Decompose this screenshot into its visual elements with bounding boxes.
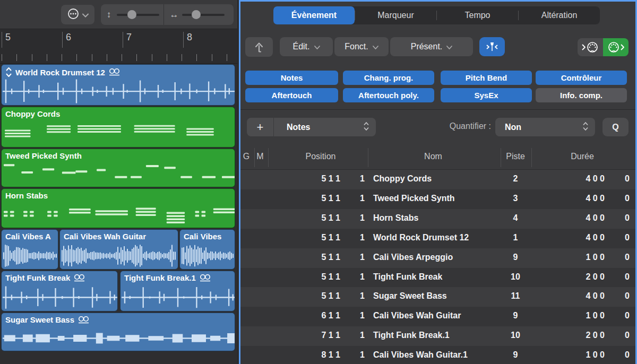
region-tweed-picked-synth[interactable]: Tweed Picked Synth [1,149,235,187]
bar-ruler[interactable]: 5678 [0,30,237,64]
cell-name: Cali Vibes Wah Guitar [373,311,461,320]
loop-icon [108,68,121,76]
filter-aftertouch[interactable]: Aftertouch [245,88,338,102]
table-row[interactable]: 6 1 11Cali Vibes Wah Guitar91 0 00 [240,307,635,326]
bar-line [123,32,123,48]
event-table: 5 1 11Choppy Cords24 0 005 1 11Tweed Pic… [240,170,635,364]
cell-length: 2 0 0 [586,331,605,340]
region-cali-vibes-a[interactable]: Cali Vibes A [1,229,58,270]
table-row[interactable]: 5 1 11Horn Stabs44 0 00 [240,209,635,229]
cell-name: Tight Funk Break.1 [373,331,450,340]
tab-alt-ration[interactable]: Altération [519,6,600,24]
table-row[interactable]: 5 1 11World Rock Drumset 1214 0 00 [240,229,635,248]
quantize-popup[interactable]: Non [495,118,595,136]
vertical-zoom-icon: ↕ [101,10,117,20]
cell-track: 2 [513,174,518,184]
region-name: Cali Vibes A [5,232,51,241]
region-tight-funk-break-1[interactable]: Tight Funk Break.1 [120,271,235,311]
cell-length: 4 0 0 [586,291,605,301]
add-event-button[interactable]: + [247,120,273,134]
region-content [60,241,178,269]
add-event-control: + Notes [247,118,376,136]
menu-prsent[interactable]: Présent. [390,37,473,56]
menu-dit[interactable]: Édit. [280,37,333,56]
tab--v-nement[interactable]: Évènement [273,6,355,24]
column-header-g[interactable]: G [243,152,249,161]
cell-length-tick: 0 [625,233,630,242]
catch-pin-button[interactable] [479,37,505,56]
cell-length: 1 0 0 [586,253,605,262]
column-header-m[interactable]: M [256,152,263,161]
cell-name: Horn Stabs [373,213,418,223]
region-options-button[interactable] [61,5,94,24]
divider [268,148,269,167]
column-header-durée[interactable]: Durée [571,152,594,161]
vertical-zoom-knob[interactable] [127,10,136,19]
loop-icon [78,316,90,324]
region-label: Horn Stabs [2,189,235,200]
filter-contr-leur[interactable]: Contrôleur [536,71,627,85]
column-header-nom[interactable]: Nom [424,152,442,161]
column-header-position[interactable]: Position [306,152,336,161]
region-world-rock-drumset-12[interactable]: World Rock Drumset 12 [1,64,235,106]
horizontal-zoom-slider[interactable] [182,14,225,16]
column-header-piste[interactable]: Piste [506,152,525,161]
region-tight-funk-break[interactable]: Tight Funk Break [1,271,118,311]
vertical-zoom-slider[interactable] [117,14,159,16]
cell-position: 5 1 1 [321,272,340,282]
cell-length-tick: 0 [625,311,630,320]
cell-position: 5 1 1 [321,253,340,262]
table-row[interactable]: 5 1 11Choppy Cords24 0 00 [240,170,635,189]
table-row[interactable]: 8 1 11Cali Vibes Wah Guitar.191 0 00 [240,346,635,364]
cell-track: 10 [511,331,520,340]
ruler-tick [167,54,167,61]
chevron-down-icon [446,42,452,51]
horizontal-zoom-knob[interactable] [192,10,201,19]
table-row[interactable]: 7 1 11Tight Funk Break.1102 0 00 [240,326,635,346]
hierarchy-up-button[interactable] [245,37,273,57]
region-horn-stabs[interactable]: Horn Stabs [1,188,235,228]
region-content [180,241,235,269]
region-choppy-cords[interactable]: Choppy Cords [1,107,235,148]
filter-sysex[interactable]: SysEx [441,88,532,102]
chevron-down-icon [82,10,89,20]
region-cali-vibes[interactable]: Cali Vibes [179,229,235,270]
cell-position: 5 1 1 [321,174,340,184]
filter-pitch-bend[interactable]: Pitch Bend [441,71,532,85]
region-name: Cali Vibes Wah Guitar [64,232,146,241]
filter-chang-prog-[interactable]: Chang. prog. [343,71,434,85]
event-type-popup[interactable]: Notes [274,123,376,132]
cell-position: 7 1 1 [321,331,340,340]
table-row[interactable]: 5 1 11Tight Funk Break102 0 00 [240,268,635,288]
cell-length-tick: 0 [625,213,630,223]
midi-in-button[interactable] [578,38,603,56]
menu-fonct[interactable]: Fonct. [334,37,389,56]
ruler-tick [196,54,197,61]
cell-name: Cali Vibes Arpeggio [373,253,453,262]
region-content [2,76,235,105]
cell-position-sub: 1 [360,272,365,282]
region-content [120,283,235,311]
bar-line [2,32,2,48]
table-row[interactable]: 5 1 11Cali Vibes Arpeggio91 0 00 [240,248,635,268]
apply-quantize-button[interactable]: Q [602,118,629,136]
table-row[interactable]: 5 1 11Sugar Sweet Bass114 0 00 [240,287,635,307]
region-name: World Rock Drumset 12 [15,68,105,77]
cell-length: 4 0 0 [586,174,605,184]
tab-marqueur[interactable]: Marqueur [355,6,436,24]
tab-tempo[interactable]: Tempo [437,6,518,24]
cell-track: 9 [513,311,518,320]
bar-line [183,32,184,48]
menu-label: Fonct. [345,42,368,51]
filter-info-comp-[interactable]: Info. comp. [536,88,627,102]
bar-number: 6 [66,32,71,43]
midi-out-button[interactable] [603,38,629,56]
filter-notes[interactable]: Notes [245,71,338,85]
filter-aftertouch-poly-[interactable]: Aftertouch poly. [343,88,434,102]
region-sugar-sweet-bass[interactable]: Sugar Sweet Bass [1,313,235,351]
table-row[interactable]: 5 1 11Tweed Picked Synth34 0 00 [240,189,635,209]
region-content [2,119,235,147]
ruler-tick [32,54,32,61]
ruler-tick [152,54,152,61]
region-cali-vibes-wah-guitar[interactable]: Cali Vibes Wah Guitar [59,229,178,270]
